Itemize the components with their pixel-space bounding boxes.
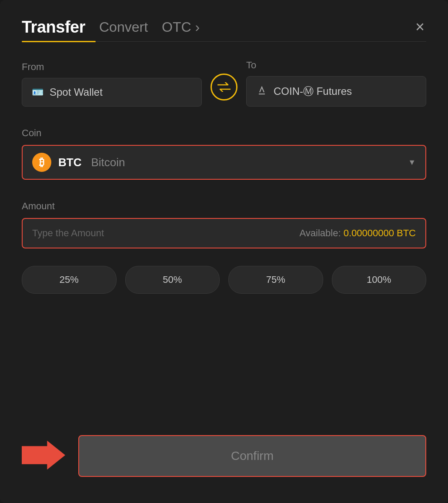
to-group: To COIN-Ⓜ Futures bbox=[246, 60, 426, 107]
svg-marker-0 bbox=[22, 441, 65, 470]
amount-label: Amount bbox=[22, 201, 55, 211]
available-label: Available: bbox=[300, 228, 341, 238]
swap-icon bbox=[217, 82, 231, 92]
coin-selector[interactable]: ₿ BTC Bitcoin ▼ bbox=[22, 145, 426, 180]
from-to-section: From 🪪 Spot Wallet To bbox=[22, 60, 426, 107]
to-wallet-selector[interactable]: COIN-Ⓜ Futures bbox=[246, 76, 426, 107]
chevron-down-icon: ▼ bbox=[408, 158, 416, 167]
from-wallet-icon: 🪪 bbox=[32, 87, 43, 98]
active-tab-title: Transfer bbox=[22, 18, 85, 37]
bottom-section: Confirm bbox=[22, 426, 426, 477]
available-value: 0.00000000 BTC bbox=[344, 228, 416, 238]
percent-75-button[interactable]: 75% bbox=[228, 266, 323, 294]
amount-section: Amount Available: 0.00000000 BTC bbox=[22, 201, 426, 248]
to-wallet-icon bbox=[256, 84, 267, 98]
coin-section: Coin ₿ BTC Bitcoin ▼ bbox=[22, 127, 426, 180]
tab-convert[interactable]: Convert bbox=[99, 19, 148, 35]
from-wallet-selector[interactable]: 🪪 Spot Wallet bbox=[22, 78, 202, 107]
arrow-icon bbox=[22, 438, 65, 473]
tab-otc[interactable]: OTC › bbox=[162, 19, 200, 35]
coin-symbol: BTC bbox=[58, 156, 81, 169]
btc-icon: ₿ bbox=[32, 153, 51, 172]
amount-input-container: Available: 0.00000000 BTC bbox=[22, 218, 426, 248]
coin-label: Coin bbox=[22, 127, 41, 138]
to-label: To bbox=[246, 60, 426, 71]
swap-button[interactable] bbox=[211, 74, 237, 101]
available-text: Available: 0.00000000 BTC bbox=[300, 228, 416, 239]
to-wallet-name: COIN-Ⓜ Futures bbox=[274, 84, 352, 98]
modal-header: Transfer Convert OTC › × bbox=[22, 17, 426, 37]
percent-25-button[interactable]: 25% bbox=[22, 266, 117, 294]
from-wallet-name: Spot Wallet bbox=[50, 86, 103, 98]
from-label: From bbox=[22, 61, 202, 73]
confirm-button[interactable]: Confirm bbox=[78, 435, 426, 477]
close-button[interactable]: × bbox=[414, 17, 426, 37]
active-tab-underline bbox=[22, 41, 96, 42]
coin-full-name: Bitcoin bbox=[91, 156, 125, 169]
transfer-modal: Transfer Convert OTC › × From 🪪 Spot Wal… bbox=[0, 0, 448, 503]
amount-input[interactable] bbox=[32, 228, 300, 239]
swap-btn-container bbox=[202, 74, 246, 107]
tab-underline-container bbox=[22, 41, 426, 42]
percent-100-button[interactable]: 100% bbox=[332, 266, 427, 294]
percent-buttons: 25% 50% 75% 100% bbox=[22, 266, 426, 294]
from-group: From 🪪 Spot Wallet bbox=[22, 61, 202, 107]
percent-50-button[interactable]: 50% bbox=[125, 266, 220, 294]
arrow-container bbox=[22, 438, 65, 474]
